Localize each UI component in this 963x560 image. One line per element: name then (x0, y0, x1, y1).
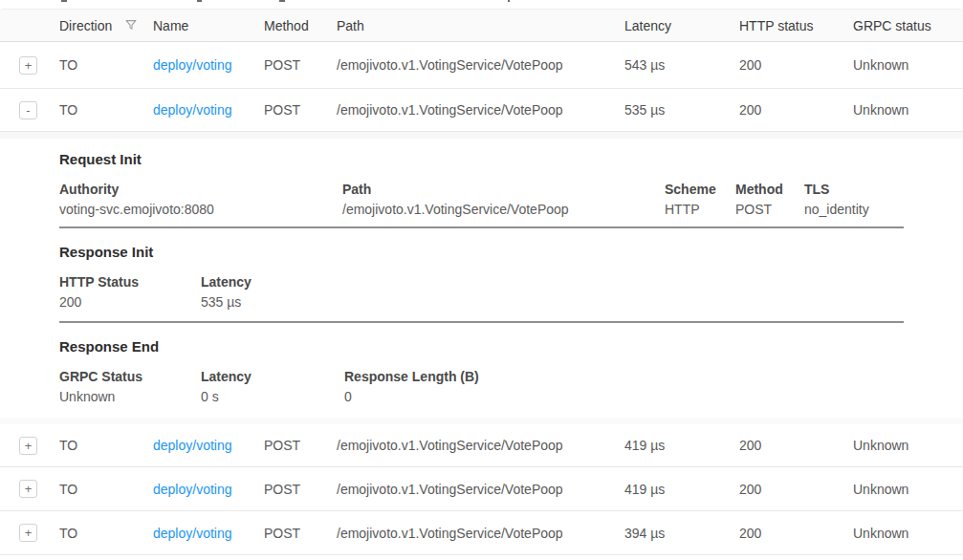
section-divider (59, 321, 904, 323)
section-divider (59, 226, 904, 228)
column-header-path: Path (337, 18, 624, 33)
cell-latency: 419 µs (624, 482, 739, 497)
panel-top-shading (0, 132, 963, 139)
cell-latency: 535 µs (624, 102, 739, 118)
grpc-status-label: GRPC Status (59, 369, 201, 384)
column-header-direction: Direction (59, 17, 153, 33)
column-header-name: Name (153, 18, 264, 33)
resource-link[interactable]: deploy/voting (153, 526, 232, 541)
cell-latency: 543 µs (624, 57, 739, 73)
table-row: + TO deploy/voting POST /emojivoto.v1.Vo… (0, 511, 963, 555)
expand-row-button[interactable]: + (19, 480, 37, 498)
table-header-row: Direction Name Method Path Latency HTTP … (0, 9, 963, 42)
request-init-title: Request Init (59, 151, 904, 168)
cell-grpc-status: Unknown (853, 482, 963, 497)
grpc-status-value: Unknown (59, 389, 201, 404)
authority-label: Authority (59, 182, 342, 197)
cell-path: /emojivoto.v1.VotingService/VotePoop (337, 482, 624, 497)
resource-link[interactable]: deploy/voting (153, 482, 232, 497)
cell-http-status: 200 (739, 526, 853, 541)
method-value: POST (735, 202, 804, 217)
table-row: + TO deploy/voting POST /emojivoto.v1.Vo… (0, 424, 963, 467)
response-init-title: Response Init (59, 244, 904, 261)
response-length-label: Response Length (B) (344, 369, 904, 384)
resource-link[interactable]: deploy/voting (153, 438, 232, 453)
path-label: Path (342, 182, 665, 197)
table-row-expanded: - TO deploy/voting POST /emojivoto.v1.Vo… (0, 89, 963, 132)
clipped-text-fragment (508, 0, 510, 2)
http-status-value: 200 (59, 294, 201, 310)
cell-path: /emojivoto.v1.VotingService/VotePoop (337, 57, 624, 73)
tls-value: no_identity (804, 202, 904, 217)
resource-link[interactable]: deploy/voting (153, 102, 232, 118)
resource-link[interactable]: deploy/voting (153, 57, 232, 73)
cell-http-status: 200 (739, 102, 853, 118)
request-detail-panel: Request Init Authority Path Scheme Metho… (0, 132, 963, 424)
clipped-text-fragment (279, 0, 285, 2)
column-header-http-status: HTTP status (739, 18, 853, 33)
cell-method: POST (264, 102, 337, 118)
authority-value: voting-svc.emojivoto:8080 (59, 202, 342, 217)
response-length-value: 0 (344, 389, 904, 404)
cell-direction: TO (59, 482, 153, 497)
column-header-direction-label: Direction (59, 18, 112, 33)
scheme-label: Scheme (665, 182, 735, 197)
expand-row-button[interactable]: + (19, 437, 37, 455)
cell-method: POST (264, 57, 337, 73)
latency-value: 0 s (201, 389, 344, 404)
tap-results-table: Direction Name Method Path Latency HTTP … (0, 9, 963, 555)
latency-label: Latency (201, 274, 344, 290)
column-header-grpc-status: GRPC status (853, 18, 963, 33)
clipped-text-fragment (197, 0, 202, 2)
cell-path: /emojivoto.v1.VotingService/VotePoop (337, 438, 624, 453)
table-row: + TO deploy/voting POST /emojivoto.v1.Vo… (0, 42, 963, 89)
cell-grpc-status: Unknown (853, 57, 963, 73)
column-header-latency: Latency (624, 18, 739, 33)
cell-direction: TO (59, 438, 153, 453)
method-label: Method (735, 182, 804, 197)
cell-grpc-status: Unknown (853, 438, 963, 453)
cell-latency: 394 µs (624, 526, 739, 541)
latency-label: Latency (201, 369, 344, 384)
response-end-title: Response End (59, 338, 904, 355)
latency-value: 535 µs (201, 294, 344, 310)
expand-row-button[interactable]: + (19, 56, 37, 75)
cell-method: POST (264, 526, 337, 541)
cell-path: /emojivoto.v1.VotingService/VotePoop (337, 102, 624, 118)
cell-direction: TO (59, 526, 153, 541)
clipped-text-fragment (61, 0, 67, 2)
scheme-value: HTTP (665, 202, 735, 217)
cell-method: POST (264, 482, 337, 497)
cell-direction: TO (59, 57, 153, 73)
cell-http-status: 200 (739, 482, 853, 497)
cell-http-status: 200 (739, 57, 853, 73)
funnel-filter-icon[interactable] (124, 18, 138, 34)
cell-grpc-status: Unknown (853, 102, 963, 118)
cell-http-status: 200 (739, 438, 853, 453)
column-header-method: Method (264, 18, 337, 33)
cell-path: /emojivoto.v1.VotingService/VotePoop (337, 526, 624, 541)
http-status-label: HTTP Status (59, 274, 201, 290)
cell-grpc-status: Unknown (853, 526, 963, 541)
collapse-row-button[interactable]: - (19, 101, 37, 119)
path-value: /emojivoto.v1.VotingService/VotePoop (342, 202, 665, 217)
cell-latency: 419 µs (624, 438, 739, 453)
expand-row-button[interactable]: + (19, 524, 37, 542)
cell-direction: TO (59, 102, 153, 118)
tls-label: TLS (804, 182, 904, 197)
table-row: + TO deploy/voting POST /emojivoto.v1.Vo… (0, 467, 963, 511)
cell-method: POST (264, 438, 337, 453)
